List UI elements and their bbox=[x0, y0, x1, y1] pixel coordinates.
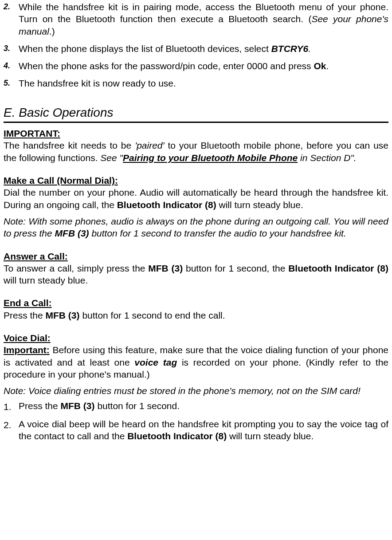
make-call-note: Note: With some phones, audio is always … bbox=[4, 215, 388, 240]
step-marker: 5. bbox=[4, 77, 19, 88]
step-body: When the phone displays the list of Blue… bbox=[19, 43, 388, 55]
document-page: 2. While the handsfree kit is in pairing… bbox=[0, 0, 392, 452]
important-label: IMPORTANT: bbox=[4, 127, 388, 139]
end-call-label: End a Call: bbox=[4, 297, 388, 309]
step-body: Press the MFB (3) button for 1 second. bbox=[19, 400, 388, 412]
step-4: 4. When the phone asks for the password/… bbox=[4, 60, 388, 72]
step-marker: 1. bbox=[4, 400, 19, 413]
voice-dial-label: Voice Dial: bbox=[4, 332, 388, 344]
voice-step-2: 2. A voice dial beep will be heard on th… bbox=[4, 418, 388, 442]
step-marker: 2. bbox=[4, 418, 19, 431]
important-text: The handsfree kit needs to be 'paired' t… bbox=[4, 139, 388, 164]
section-e-heading: E. Basic Operations bbox=[4, 105, 388, 123]
voice-dial-note: Note: Voice dialing entries must be stor… bbox=[4, 385, 388, 397]
step-body: A voice dial beep will be heard on the h… bbox=[19, 418, 388, 442]
step-body: When the phone asks for the password/pin… bbox=[19, 60, 388, 72]
step-body: The handsfree kit is now ready to use. bbox=[19, 77, 388, 89]
step-marker: 4. bbox=[4, 60, 19, 71]
make-call-label: Make a Call (Normal Dial): bbox=[4, 174, 388, 186]
pairing-steps-continued: 2. While the handsfree kit is in pairing… bbox=[4, 1, 388, 90]
step-3: 3. When the phone displays the list of B… bbox=[4, 43, 388, 55]
voice-dial-text: Important: Before using this feature, ma… bbox=[4, 344, 388, 380]
step-body: While the handsfree kit is in pairing mo… bbox=[19, 1, 388, 37]
make-call-text: Dial the number on your phone. Audio wil… bbox=[4, 186, 388, 211]
step-marker: 2. bbox=[4, 1, 19, 12]
step-5: 5. The handsfree kit is now ready to use… bbox=[4, 77, 388, 89]
voice-dial-steps: 1. Press the MFB (3) button for 1 second… bbox=[4, 400, 388, 442]
voice-step-1: 1. Press the MFB (3) button for 1 second… bbox=[4, 400, 388, 413]
step-marker: 3. bbox=[4, 43, 19, 54]
end-call-text: Press the MFB (3) button for 1 second to… bbox=[4, 309, 388, 321]
step-2: 2. While the handsfree kit is in pairing… bbox=[4, 1, 388, 37]
answer-call-text: To answer a call, simply press the MFB (… bbox=[4, 262, 388, 287]
answer-call-label: Answer a Call: bbox=[4, 250, 388, 262]
